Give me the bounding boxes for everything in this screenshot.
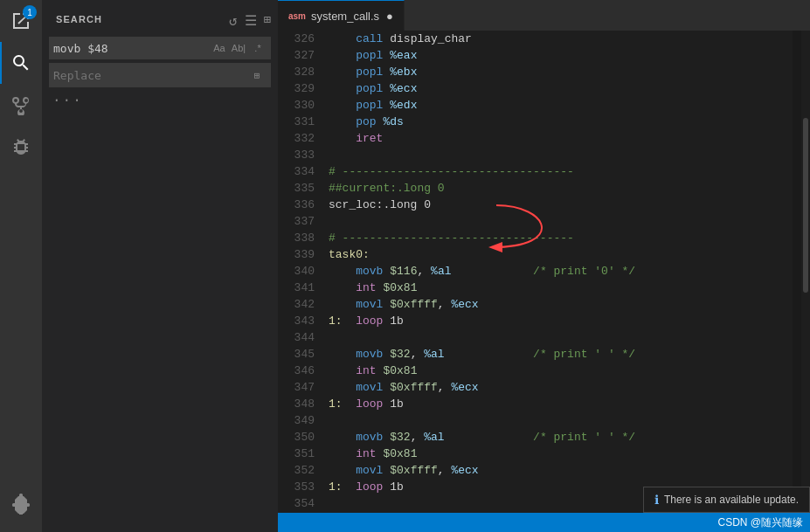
- line-numbers: 3263273283293303313323333343353363373383…: [278, 31, 322, 513]
- notification-badge: 1: [23, 5, 37, 19]
- brand-text: CSDN @随兴随缘: [717, 515, 803, 530]
- code-line-340: movb $116, %al /* print '0' */: [329, 263, 793, 280]
- search-title: SEARCH: [52, 10, 102, 31]
- activity-source-control[interactable]: [0, 84, 42, 126]
- match-word-button[interactable]: Ab|: [230, 39, 247, 57]
- code-line-331: pop %ds: [329, 114, 793, 130]
- tab-system-call[interactable]: asm system_call.s ●: [278, 0, 405, 31]
- sidebar: SEARCH ↺ ☰ ⊞ Aa Ab| .* ⊞ ···: [42, 0, 278, 532]
- match-case-button[interactable]: Aa: [211, 39, 228, 57]
- code-line-328: popl %ebx: [329, 64, 793, 80]
- code-line-338: # ----------------------------------: [329, 230, 793, 246]
- code-content[interactable]: call display_char popl %eax popl %ebx po…: [322, 31, 793, 513]
- editor-area: asm system_call.s ● 32632732832933033133…: [278, 0, 810, 532]
- status-area: ℹ There is an available update. CSDN @随兴…: [278, 513, 810, 532]
- code-line-330: popl %edx: [329, 97, 793, 114]
- activity-debug[interactable]: [0, 126, 42, 168]
- code-line-344: [329, 329, 793, 346]
- tab-label: system_call.s: [311, 10, 379, 23]
- code-line-347: movl $0xffff, %ecx: [329, 379, 793, 396]
- update-toast: ℹ There is an available update.: [643, 487, 810, 513]
- search-input-row: Aa Ab| .*: [49, 37, 271, 59]
- refresh-button[interactable]: ↺: [229, 12, 238, 30]
- code-line-327: popl %eax: [329, 47, 793, 64]
- activity-explorer[interactable]: 1: [0, 0, 42, 42]
- split-button[interactable]: ⊞: [264, 12, 271, 30]
- minimap: [793, 31, 801, 513]
- status-bar: CSDN @随兴随缘: [278, 513, 810, 532]
- search-panel: SEARCH ↺ ☰ ⊞ Aa Ab| .* ⊞ ···: [42, 0, 278, 117]
- code-line-346: int $0x81: [329, 363, 793, 379]
- code-line-332: iret: [329, 130, 793, 147]
- code-line-329: popl %ecx: [329, 80, 793, 97]
- activity-extensions[interactable]: [0, 483, 42, 525]
- clear-button[interactable]: ☰: [245, 12, 257, 30]
- replace-input-row: ⊞: [49, 63, 271, 87]
- regex-button[interactable]: .*: [249, 39, 267, 57]
- more-options-button[interactable]: ···: [49, 91, 271, 110]
- scrollbar-vertical[interactable]: [801, 31, 810, 513]
- code-line-336: scr_loc:.long 0: [329, 197, 793, 213]
- code-line-335: ##current:.long 0: [329, 180, 793, 197]
- code-line-352: movl $0xffff, %ecx: [329, 462, 793, 479]
- search-options: Aa Ab| .*: [211, 39, 267, 57]
- activity-bar: 1: [0, 0, 42, 532]
- tab-dot: ●: [386, 10, 393, 23]
- code-line-334: # ----------------------------------: [329, 163, 793, 180]
- code-line-348: 1: loop 1b: [329, 396, 793, 412]
- info-icon: ℹ: [654, 493, 659, 507]
- code-line-339: task0:: [329, 246, 793, 263]
- code-line-343: 1: loop 1b: [329, 313, 793, 329]
- tab-bar: asm system_call.s ●: [278, 0, 810, 31]
- scrollbar-thumb[interactable]: [803, 118, 808, 293]
- activity-search[interactable]: [0, 42, 42, 84]
- replace-input[interactable]: [53, 69, 247, 82]
- code-line-341: int $0x81: [329, 280, 793, 296]
- code-editor: 3263273283293303313323333343353363373383…: [278, 31, 810, 513]
- tab-asm-icon: asm: [288, 11, 306, 21]
- code-line-351: int $0x81: [329, 446, 793, 462]
- code-line-333: [329, 147, 793, 163]
- code-line-342: movl $0xffff, %ecx: [329, 296, 793, 313]
- update-toast-text: There is an available update.: [664, 494, 799, 506]
- code-line-350: movb $32, %al /* print ' ' */: [329, 429, 793, 446]
- code-line-345: movb $32, %al /* print ' ' */: [329, 346, 793, 363]
- replace-all-button[interactable]: ⊞: [247, 66, 267, 85]
- code-line-337: [329, 213, 793, 230]
- code-line-326: call display_char: [329, 31, 793, 47]
- code-line-349: [329, 412, 793, 429]
- search-input[interactable]: [53, 42, 211, 55]
